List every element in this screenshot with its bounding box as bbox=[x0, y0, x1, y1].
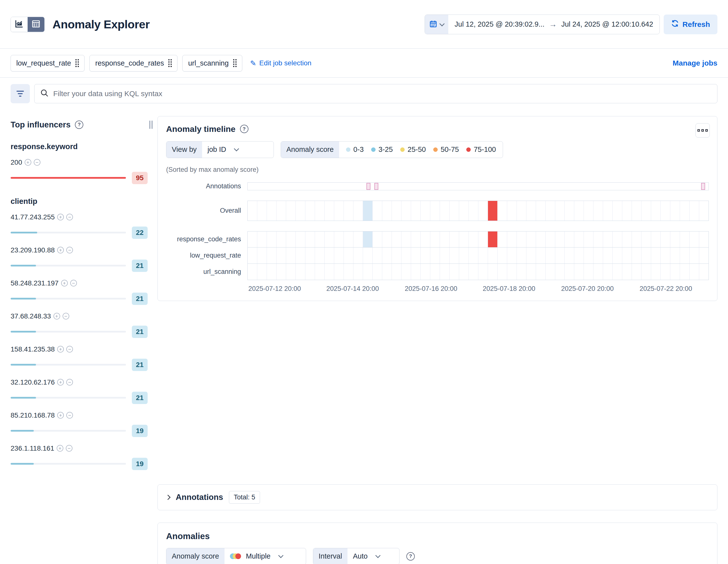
add-filter-icon[interactable]: + bbox=[57, 445, 63, 452]
annotations-bar[interactable] bbox=[247, 182, 709, 190]
swimlane-cell[interactable] bbox=[632, 264, 641, 280]
swimlane-cell[interactable] bbox=[392, 247, 401, 264]
add-filter-icon[interactable]: + bbox=[57, 379, 64, 386]
swimlane-cell[interactable] bbox=[450, 247, 459, 264]
help-icon[interactable]: ? bbox=[75, 121, 83, 129]
swimlane-cell[interactable] bbox=[517, 247, 526, 264]
swimlane-cell[interactable] bbox=[498, 201, 507, 221]
date-picker-menu-button[interactable] bbox=[425, 15, 448, 34]
refresh-button[interactable]: Refresh bbox=[664, 15, 717, 34]
remove-filter-icon[interactable]: − bbox=[66, 379, 73, 386]
swimlane-cell[interactable] bbox=[315, 231, 325, 247]
swimlane-cell[interactable] bbox=[613, 231, 622, 247]
swimlane-cell[interactable] bbox=[690, 201, 699, 221]
swimlane-cell[interactable] bbox=[565, 201, 574, 221]
swimlane-cell[interactable] bbox=[584, 201, 593, 221]
panel-resize-handle[interactable] bbox=[149, 121, 153, 129]
swimlane-cell[interactable] bbox=[690, 247, 699, 264]
swimlane-cell[interactable] bbox=[267, 264, 277, 280]
add-filter-icon[interactable]: + bbox=[57, 412, 64, 419]
swimlane-cell[interactable] bbox=[267, 201, 277, 221]
swimlane-cell[interactable] bbox=[555, 231, 565, 247]
swimlane-cell[interactable] bbox=[488, 201, 498, 221]
swimlane-cell[interactable] bbox=[459, 264, 469, 280]
swimlane-cell[interactable] bbox=[469, 201, 478, 221]
add-filter-icon[interactable]: + bbox=[61, 280, 68, 286]
swimlane-cell[interactable] bbox=[267, 231, 277, 247]
swimlane-cell[interactable] bbox=[305, 247, 315, 264]
swimlane-cell[interactable] bbox=[498, 264, 507, 280]
swimlane-cell[interactable] bbox=[603, 247, 613, 264]
swimlane-cell[interactable] bbox=[593, 201, 603, 221]
drag-handle-icon[interactable] bbox=[75, 59, 79, 67]
swimlane-cell[interactable] bbox=[632, 201, 641, 221]
swimlane-cell[interactable] bbox=[373, 247, 382, 264]
swimlane-cell[interactable] bbox=[536, 247, 546, 264]
swimlane-cell[interactable] bbox=[517, 231, 526, 247]
swimlane-cell[interactable] bbox=[546, 264, 555, 280]
swimlane-cell[interactable] bbox=[382, 247, 392, 264]
swimlane-cell[interactable] bbox=[613, 201, 622, 221]
swimlane-cell[interactable] bbox=[277, 264, 286, 280]
timeline-actions-button[interactable] bbox=[695, 123, 710, 138]
add-filter-icon[interactable]: + bbox=[57, 346, 64, 353]
swimlane-cell[interactable] bbox=[401, 264, 411, 280]
swimlane-cell[interactable] bbox=[421, 264, 430, 280]
swimlane-cell[interactable] bbox=[277, 201, 286, 221]
swimlane-cell[interactable] bbox=[257, 247, 267, 264]
swimlane-cell[interactable] bbox=[670, 247, 680, 264]
add-filter-icon[interactable]: + bbox=[25, 159, 31, 166]
swimlane-cell[interactable] bbox=[440, 264, 450, 280]
swimlane-cell[interactable] bbox=[536, 231, 546, 247]
edit-job-selection-link[interactable]: ✎ Edit job selection bbox=[250, 59, 312, 68]
remove-filter-icon[interactable]: − bbox=[66, 445, 72, 452]
swimlane-cell[interactable] bbox=[401, 247, 411, 264]
swimlane-cell[interactable] bbox=[459, 247, 469, 264]
swimlane-cell[interactable] bbox=[363, 201, 373, 221]
swimlane-cell[interactable] bbox=[699, 201, 709, 221]
swimlane-cell[interactable] bbox=[670, 231, 680, 247]
swimlane-cell[interactable] bbox=[661, 201, 670, 221]
remove-filter-icon[interactable]: − bbox=[66, 214, 73, 220]
filter-options-button[interactable] bbox=[11, 84, 30, 103]
swimlane-cell[interactable] bbox=[641, 264, 651, 280]
swimlane-cell[interactable] bbox=[661, 231, 670, 247]
swimlane-cell[interactable] bbox=[478, 264, 488, 280]
swimlane-cell[interactable] bbox=[670, 264, 680, 280]
swimlane-cell[interactable] bbox=[507, 231, 517, 247]
swimlane-cell[interactable] bbox=[334, 247, 344, 264]
remove-filter-icon[interactable]: − bbox=[66, 346, 73, 353]
swimlane-cell[interactable] bbox=[421, 247, 430, 264]
swimlane-cell[interactable] bbox=[325, 264, 334, 280]
swimlane-cell[interactable] bbox=[555, 201, 565, 221]
swimlane-cell[interactable] bbox=[478, 231, 488, 247]
swimlane-cell[interactable] bbox=[286, 201, 296, 221]
severity-threshold-select[interactable]: Anomaly score Multiple bbox=[166, 548, 306, 564]
swimlane-cell[interactable] bbox=[536, 264, 546, 280]
job-badge[interactable]: low_request_rate bbox=[11, 55, 85, 71]
swimlane-cell[interactable] bbox=[699, 247, 709, 264]
swimlane-cell[interactable] bbox=[565, 231, 574, 247]
swimlane-cell[interactable] bbox=[651, 247, 661, 264]
swimlane-cell[interactable] bbox=[440, 201, 450, 221]
swimlane-cell[interactable] bbox=[257, 231, 267, 247]
swimlane-cell[interactable] bbox=[344, 247, 353, 264]
swimlane-cell[interactable] bbox=[603, 264, 613, 280]
swimlane-cell[interactable] bbox=[469, 247, 478, 264]
swimlane-cell[interactable] bbox=[382, 231, 392, 247]
swimlane-cell[interactable] bbox=[450, 231, 459, 247]
swimlane-cell[interactable] bbox=[411, 247, 421, 264]
swimlane-cell[interactable] bbox=[517, 201, 526, 221]
swimlane-cell[interactable] bbox=[257, 201, 267, 221]
swimlane-cell[interactable] bbox=[286, 231, 296, 247]
swimlane-cell[interactable] bbox=[373, 201, 382, 221]
swimlane-cell[interactable] bbox=[661, 247, 670, 264]
swimlane-cell[interactable] bbox=[248, 247, 257, 264]
swimlane-cell[interactable] bbox=[257, 264, 267, 280]
swimlane-cell[interactable] bbox=[603, 201, 613, 221]
swimlane-cell[interactable] bbox=[382, 201, 392, 221]
swimlane-cell[interactable] bbox=[430, 264, 440, 280]
swimlane-cell[interactable] bbox=[450, 201, 459, 221]
annotation-marker[interactable] bbox=[374, 183, 378, 190]
remove-filter-icon[interactable]: − bbox=[66, 247, 73, 253]
